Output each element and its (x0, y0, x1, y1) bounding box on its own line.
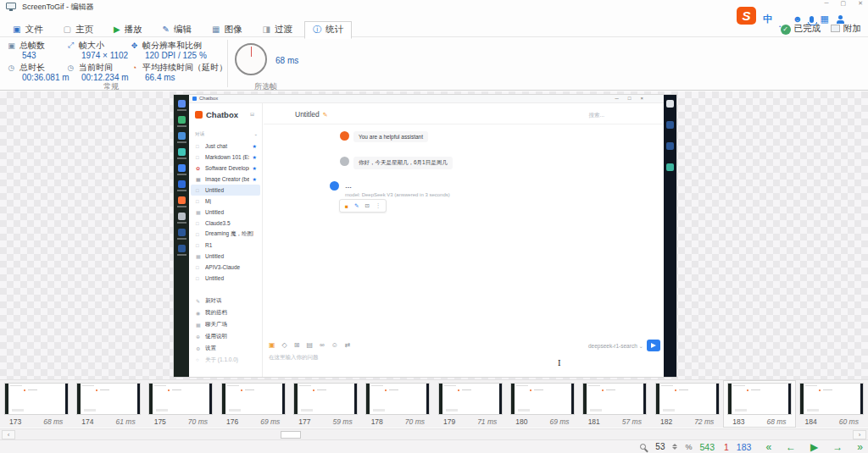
filmstrip-scrollbar[interactable]: ‹ › (0, 428, 868, 440)
section-sort-icon[interactable]: ⌄ (253, 131, 258, 137)
filmstrip-frame[interactable]: 183 68 ms (723, 380, 795, 428)
sidebar-item[interactable]: ▦ Untitled (191, 207, 260, 218)
play-button[interactable]: ▶ (810, 442, 818, 452)
bot-avatar (340, 131, 349, 141)
filmstrip-frame[interactable]: 177 59 ms (289, 380, 361, 428)
sidebar-item[interactable]: ✿ Software Developer (... ★ (191, 163, 260, 174)
sidebar-item[interactable]: □ APIV3-Claude (191, 262, 260, 273)
composer-icon[interactable]: ☺ (331, 341, 338, 349)
filmstrip-frame[interactable]: 180 69 ms (506, 380, 578, 428)
sidebar-item[interactable]: ○ 关于 (1.1.0.0) (191, 354, 260, 366)
sidebar-item[interactable]: □ Claude3.5 (191, 218, 260, 229)
stop-icon[interactable]: ■ (345, 203, 348, 209)
sidebar-item[interactable]: □ Untitled (191, 185, 260, 196)
sidebar-item[interactable]: □ Just chat ★ (191, 141, 260, 152)
sidebar-item-icon: □ (196, 276, 202, 281)
frame-thumbnail (582, 383, 647, 415)
sidebar-item[interactable]: □ Mj (191, 196, 260, 207)
sidebar-item[interactable]: ▦ Image Creator (bet... ★ (191, 174, 260, 185)
frame-number: 174 (81, 417, 93, 426)
scroll-left-button[interactable]: ‹ (2, 430, 15, 439)
tab-icon: ⓘ (313, 25, 321, 34)
composer-icon[interactable]: ▤ (306, 341, 313, 349)
filmstrip-frame[interactable]: 184 60 ms (796, 380, 868, 428)
filmstrip-frame[interactable]: 179 71 ms (434, 380, 506, 428)
desktop-app-icon (178, 229, 186, 236)
sidebar-item[interactable]: □ R1 (191, 240, 260, 251)
model-selector[interactable]: deepseek-r1-search ⌄ (588, 343, 643, 350)
copy-icon[interactable]: ⊡ (364, 202, 369, 209)
ime-language-icon[interactable]: 中 (763, 13, 772, 25)
more-icon[interactable]: ⋮ (376, 202, 381, 209)
encoder-status-button[interactable]: ✓已完成 (781, 23, 821, 35)
zoom-stepper[interactable] (672, 444, 677, 450)
frame-delay: 57 ms (622, 417, 642, 426)
close-button[interactable]: ✕ (858, 0, 863, 7)
scrollbar-thumb[interactable] (281, 431, 301, 439)
sidebar-item[interactable]: ⚙ 设置 (191, 342, 260, 354)
tab-label: 过渡 (275, 24, 292, 36)
maximize-button[interactable]: ▢ (841, 0, 847, 7)
edit-icon[interactable]: ✎ (354, 202, 359, 209)
sidebar-item[interactable]: □ Markdown 101 (Exa... ★ (191, 152, 260, 163)
sidebar-item-label: 设置 (205, 345, 253, 352)
composer-icon[interactable]: ◇ (282, 341, 287, 349)
tab-label: 文件 (25, 24, 42, 36)
sidebar-item[interactable]: ✎ 新对话 (191, 295, 260, 307)
ime-microphone-icon[interactable] (810, 16, 814, 23)
minimize-button[interactable]: ─ (825, 0, 829, 7)
filmstrip-frame[interactable]: 182 72 ms (651, 380, 723, 428)
frame-number: 177 (298, 417, 310, 426)
sidebar-item[interactable]: □ Dreaming 魔，绘图助手 (191, 229, 260, 240)
ime-person-icon[interactable] (836, 15, 844, 24)
sidebar-item[interactable]: ▦ 聊天广场 (191, 318, 260, 330)
previous-frame-button[interactable]: ← (786, 442, 796, 452)
sidebar-item[interactable]: ⊕ 使用说明 (191, 330, 260, 342)
first-frame-button[interactable]: « (765, 442, 771, 452)
desktop-app-icon (178, 180, 186, 188)
desktop-app-icon (178, 196, 186, 204)
sidebar-item-label: 我的搭档 (205, 309, 253, 317)
sidebar-item-icon: □ (196, 188, 202, 193)
sogou-logo-icon[interactable]: S (737, 7, 756, 25)
sidebar-item[interactable]: ◉ 我的搭档 (191, 307, 260, 318)
composer-icon[interactable]: ⊞ (294, 341, 300, 349)
next-frame-button[interactable]: → (832, 442, 843, 452)
frame-count-value: 543 (7, 51, 45, 62)
sidebar-item-label: Untitled (205, 253, 253, 259)
preview-workspace[interactable]: Chatbox ─ □ × S ⚙ ⋯ Chatbox ⊟ (0, 91, 868, 379)
ime-pen-icon[interactable] (779, 16, 786, 23)
search-input[interactable]: 搜索... (589, 112, 604, 119)
tab-label: 图像 (224, 24, 242, 36)
composer-input[interactable]: 在这里输入你的问题 (269, 354, 319, 362)
filmstrip-frame[interactable]: 181 57 ms (579, 380, 651, 428)
filmstrip-frame[interactable]: 175 70 ms (145, 380, 217, 428)
last-frame-button[interactable]: » (857, 442, 863, 452)
composer-icon[interactable]: ▣ (269, 341, 275, 349)
filmstrip-frame[interactable]: 174 61 ms (72, 380, 144, 428)
frame-thumbnail (221, 383, 286, 415)
ribbon-tab[interactable]: ⓘ 统计 (304, 21, 352, 39)
sidebar-item-icon: □ (196, 232, 202, 237)
filmstrip-frame[interactable]: 173 68 ms (0, 380, 72, 428)
desktop-left-strip (174, 95, 189, 377)
resize-icon: ⤢ (66, 41, 75, 50)
filmstrip-frame[interactable]: 178 70 ms (362, 380, 434, 428)
message-bubble: You are a helpful assistant (353, 131, 428, 142)
send-button[interactable] (647, 340, 660, 351)
attach-button[interactable]: 附加 (831, 23, 861, 35)
zoom-percent-toggle[interactable]: % (685, 443, 692, 451)
sidebar-item-icon: □ (196, 199, 202, 204)
sidebar-collapse-icon[interactable]: ⊟ (250, 111, 254, 117)
sidebar-item[interactable]: □ Untitled (191, 273, 260, 284)
window-title: ScreenToGif - 编辑器 (22, 2, 94, 13)
composer-icon[interactable]: ⇄ (345, 341, 351, 349)
frame-thumbnail (76, 383, 141, 415)
edit-pencil-icon[interactable]: ✎ (323, 112, 328, 118)
scroll-right-button[interactable]: › (853, 430, 866, 439)
filmstrip-frame[interactable]: 176 69 ms (217, 380, 289, 428)
composer-icon[interactable]: ∞ (320, 341, 325, 349)
zoom-value-input[interactable]: 53 (655, 442, 665, 451)
message-meta: model: DeepSeek V3 (answered in 3 second… (345, 192, 450, 197)
sidebar-item[interactable]: ▦ Untitled (191, 251, 260, 262)
